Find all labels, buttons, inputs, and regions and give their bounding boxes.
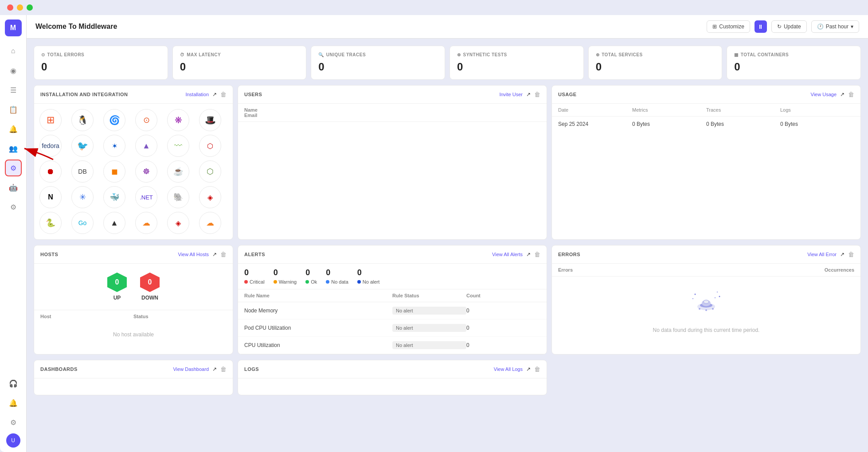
maximize-button[interactable]	[27, 4, 33, 11]
integration-mediaplayer[interactable]: ⏺	[39, 160, 62, 183]
alert-row-3: CPU Utilization No alert 0	[238, 337, 547, 354]
view-dashboard-link[interactable]: View Dashboard	[173, 366, 209, 372]
page-title: Welcome To Middleware	[35, 23, 117, 31]
sidebar-item-alert[interactable]: 🔔	[5, 121, 22, 137]
view-all-hosts-link[interactable]: View All Hosts	[178, 252, 209, 257]
view-all-logs-link[interactable]: View All Logs	[494, 366, 523, 372]
integration-redhat[interactable]: 🎩	[199, 109, 221, 131]
refresh-icon: ↻	[777, 23, 782, 30]
svg-point-4	[699, 308, 700, 310]
alert-critical: 0 Critical	[244, 268, 265, 284]
integration-cf2[interactable]: ☁	[199, 212, 221, 234]
errors-delete-icon[interactable]: 🗑	[848, 251, 854, 258]
hosts-col-host: Host	[40, 314, 133, 319]
avatar[interactable]: U	[6, 433, 20, 448]
integration-fedora[interactable]: fedora	[39, 135, 62, 157]
alert-ok: 0 Ok	[305, 268, 317, 284]
errors-icon: ⊙	[41, 52, 45, 57]
integration-flower[interactable]: ❋	[167, 109, 189, 131]
installation-delete-icon[interactable]: 🗑	[220, 91, 227, 98]
integration-debian[interactable]: 🌀	[103, 109, 125, 131]
svg-point-6	[712, 308, 714, 310]
users-delete-icon[interactable]: 🗑	[534, 91, 540, 98]
integration-rails[interactable]: ◈	[199, 186, 221, 208]
integration-java[interactable]: ☕	[167, 160, 189, 183]
integration-jira[interactable]: ✶	[103, 135, 125, 157]
unique-traces-value: 0	[318, 61, 324, 73]
integration-dbeaver[interactable]: DB	[71, 160, 94, 183]
support-icon: 🎧	[9, 379, 18, 388]
bell-icon: 🔔	[9, 399, 18, 407]
users-title: Users	[244, 92, 262, 97]
hosts-external-icon: ↗	[212, 251, 217, 257]
sidebar-item-analytics[interactable]: ◉	[5, 62, 22, 79]
installation-header: Installation And Integration Installatio…	[34, 86, 233, 104]
sidebar-item-support[interactable]: 🎧	[5, 375, 22, 392]
integration-kubernetes[interactable]: ✳	[71, 186, 94, 208]
installation-link[interactable]: Installation	[185, 92, 209, 97]
users-col-email: Email	[244, 113, 540, 118]
sidebar: M ⌂ ◉ ☰ 📋 🔔 👥 ⚙ 🤖	[0, 15, 27, 452]
hosts-delete-icon[interactable]: 🗑	[220, 251, 227, 258]
integration-dotnet[interactable]: .NET	[135, 186, 157, 208]
integration-go[interactable]: Go	[71, 212, 94, 234]
svg-point-5	[705, 309, 707, 311]
dashboards-delete-icon[interactable]: 🗑	[220, 366, 227, 373]
customize-button[interactable]: ⊞ Customize	[707, 20, 750, 33]
minimize-button[interactable]	[17, 4, 23, 11]
total-services-value: 0	[596, 61, 602, 73]
integration-hexagons[interactable]: ⬡	[199, 160, 221, 183]
view-all-alerts-link[interactable]: View All Alerts	[492, 252, 523, 257]
total-containers-value: 0	[734, 61, 740, 73]
main-content: Welcome To Middleware ⊞ Customize ⏸ ↻ Up…	[27, 15, 868, 452]
hosts-header: Hosts View All Hosts ↗ 🗑	[34, 245, 233, 264]
alerts-delete-icon[interactable]: 🗑	[534, 251, 540, 258]
sidebar-logo[interactable]: M	[5, 19, 22, 36]
integration-python2[interactable]: ◈	[167, 212, 189, 234]
errors-col-occurrences: Occurrences	[825, 267, 854, 273]
usage-delete-icon[interactable]: 🗑	[848, 91, 854, 98]
sidebar-item-document[interactable]: 📋	[5, 101, 22, 118]
integration-cloudflare[interactable]: ☁	[135, 212, 157, 234]
sidebar-item-users[interactable]: 👥	[5, 140, 22, 157]
nodata-dot	[326, 280, 329, 284]
sidebar-item-agent[interactable]: 🤖	[5, 179, 22, 196]
integration-docker[interactable]: 🐳	[103, 186, 125, 208]
alert-icon: 🔔	[9, 125, 18, 133]
svg-point-8	[717, 292, 718, 292]
close-button[interactable]	[7, 4, 13, 11]
integration-python[interactable]: 🐍	[39, 212, 62, 234]
usage-col-traces: Traces	[706, 107, 780, 113]
sidebar-item-settings2[interactable]: ⚙	[5, 414, 22, 431]
sidebar-item-notifications[interactable]: 🔔	[5, 394, 22, 411]
latency-icon: ⏱	[180, 52, 185, 57]
update-button[interactable]: ↻ Update	[771, 20, 807, 33]
integration-ubuntu[interactable]: ⊙	[135, 109, 157, 131]
invite-user-link[interactable]: Invite User	[499, 92, 523, 97]
sidebar-item-list[interactable]: ☰	[5, 82, 22, 98]
sidebar-item-settings[interactable]: ⚙	[5, 199, 22, 215]
sidebar-item-integration[interactable]: ⚙	[5, 160, 22, 176]
svg-point-9	[719, 296, 720, 297]
view-usage-link[interactable]: View Usage	[811, 92, 837, 97]
integration-php[interactable]: 🐘	[167, 186, 189, 208]
integration-windows[interactable]: ⊞	[39, 109, 62, 131]
integration-linux[interactable]: 🐧	[71, 109, 94, 131]
sidebar-item-home[interactable]: ⌂	[5, 43, 22, 59]
pause-button[interactable]: ⏸	[755, 20, 767, 33]
dashboards-title: Dashboards	[40, 366, 78, 372]
integration-next[interactable]: N	[39, 186, 62, 208]
clock-icon: 🕐	[817, 23, 824, 30]
time-picker-button[interactable]: 🕐 Past hour ▾	[811, 20, 859, 33]
integration-amplication[interactable]: ▲	[135, 135, 157, 157]
integration-triangle[interactable]: ▲	[103, 212, 125, 234]
errors-header: Errors View All Error ↗ 🗑	[552, 245, 860, 264]
integration-bird[interactable]: 🐦	[71, 135, 94, 157]
integration-orange[interactable]: ◼	[103, 160, 125, 183]
integration-ring[interactable]: ⬡	[199, 135, 221, 157]
integration-purple[interactable]: ☸	[135, 160, 157, 183]
logs-panel: Logs View All Logs ↗ 🗑	[238, 360, 547, 395]
integration-chameleon[interactable]: 〰	[167, 135, 189, 157]
view-all-errors-link[interactable]: View All Error	[807, 252, 837, 257]
logs-delete-icon[interactable]: 🗑	[534, 366, 540, 373]
